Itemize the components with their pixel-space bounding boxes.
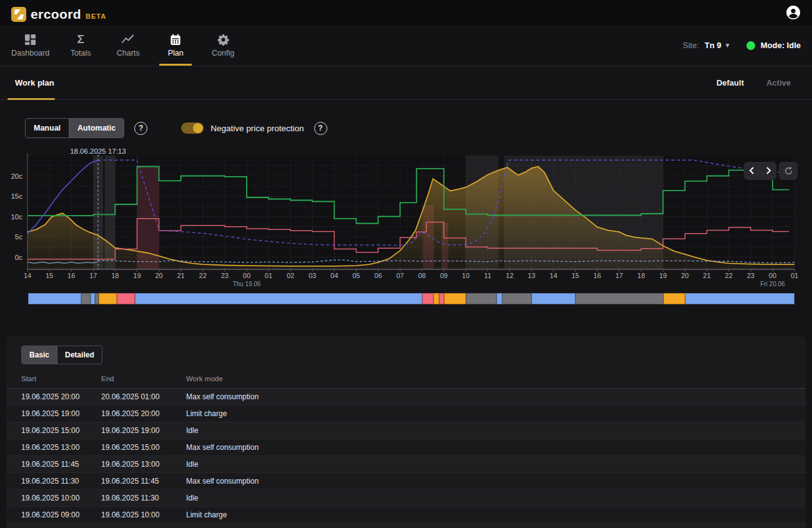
timeline-segment-idle: [502, 293, 532, 304]
cell-end: 19.06.2025 11:45: [101, 477, 186, 486]
svg-text:5c: 5c: [15, 233, 22, 241]
cell-start: 19.06.2025 09:00: [21, 511, 101, 519]
nav-item-plan[interactable]: Plan: [159, 25, 192, 66]
cell-start: 19.06.2025 11:45: [21, 460, 101, 469]
svg-text:18: 18: [637, 272, 645, 279]
svg-text:13: 13: [528, 272, 535, 279]
cell-end: 19.06.2025 19:00: [101, 426, 186, 435]
basic-tab-button[interactable]: Basic: [22, 346, 57, 364]
basic-detailed-switch: Basic Detailed: [21, 346, 102, 364]
variant-active-button[interactable]: Active: [766, 78, 791, 87]
timeline-segment-limit-charge: [433, 293, 439, 304]
svg-text:06: 06: [374, 272, 382, 279]
cell-start: 19.06.2025 19:00: [21, 409, 101, 418]
cell-work-mode: Idle: [186, 460, 806, 469]
svg-text:01: 01: [791, 272, 798, 279]
timeline-segment-discharge: [117, 293, 135, 304]
svg-text:03: 03: [309, 272, 316, 279]
chart-pan-buttons: [744, 162, 776, 180]
cell-work-mode: Idle: [186, 494, 806, 502]
manual-automatic-switch: Manual Automatic: [25, 118, 124, 138]
cell-start: 19.06.2025 13:00: [21, 443, 101, 452]
svg-text:16: 16: [593, 272, 601, 279]
nav-item-label: Dashboard: [11, 49, 49, 57]
cell-work-mode: Max self consumption: [186, 443, 806, 452]
timeline-segment-limit-charge: [663, 293, 685, 304]
tab-work-plan[interactable]: Work plan: [15, 78, 54, 87]
svg-text:01: 01: [265, 272, 272, 279]
cell-end: 19.06.2025 10:00: [101, 511, 186, 519]
timeline-segment-discharge: [439, 293, 444, 304]
timeline-segment-max-self: [28, 293, 81, 304]
svg-text:00: 00: [769, 272, 776, 279]
svg-text:14: 14: [550, 272, 557, 279]
svg-text:07: 07: [396, 272, 404, 279]
svg-text:18: 18: [111, 272, 119, 279]
workplan-tabs-row: Work plan Default Active: [0, 66, 812, 100]
cell-work-mode: Limit charge: [186, 409, 806, 418]
timeline-segment-max-self: [685, 293, 795, 304]
timeline-segment-max-self: [497, 293, 502, 304]
svg-text:00: 00: [243, 272, 250, 279]
chart-canvas[interactable]: 18.06.2025 17:13141516171819202122230001…: [0, 148, 812, 291]
chevron-right-icon[interactable]: [765, 167, 771, 176]
table-header: Start End Work mode: [6, 375, 806, 389]
refresh-icon: [784, 166, 793, 176]
svg-text:0c: 0c: [15, 254, 22, 261]
cell-start: 19.06.2025 10:00: [21, 494, 101, 502]
svg-text:Thu 19.06: Thu 19.06: [232, 281, 260, 287]
cell-end: 19.06.2025 15:00: [101, 443, 186, 452]
svg-text:14: 14: [24, 272, 31, 279]
manual-button[interactable]: Manual: [26, 119, 69, 137]
plan-variant-switch: Default Active: [716, 78, 791, 87]
nav-item-dashboard[interactable]: Dashboard: [11, 25, 49, 66]
nav-item-charts[interactable]: Charts: [112, 25, 144, 66]
svg-text:04: 04: [330, 272, 338, 279]
chart-refresh-button[interactable]: [779, 162, 798, 180]
svg-text:05: 05: [352, 272, 360, 279]
automatic-button[interactable]: Automatic: [69, 119, 124, 137]
cell-work-mode: Limit charge: [186, 511, 806, 519]
table-row: 19.06.2025 08:4519.06.2025 09:00Discharg…: [6, 524, 806, 528]
svg-text:22: 22: [725, 272, 733, 279]
table-body: 19.06.2025 20:0020.06.2025 01:00Max self…: [6, 389, 806, 528]
negative-price-toggle[interactable]: [181, 122, 204, 134]
svg-text:18.06.2025 17:13: 18.06.2025 17:13: [70, 148, 126, 155]
site-value: Tn 9: [705, 41, 721, 50]
detailed-tab-button[interactable]: Detailed: [57, 346, 102, 364]
chevron-down-icon: ▼: [725, 42, 731, 49]
variant-default-button[interactable]: Default: [716, 78, 744, 87]
dashboard-icon: [24, 33, 36, 46]
site-selector[interactable]: Tn 9 ▼: [705, 41, 731, 50]
timeline-segment-max-self: [135, 293, 422, 304]
nav-item-totals[interactable]: ΣTotals: [64, 25, 97, 66]
table-row: 19.06.2025 11:4519.06.2025 13:00Idle: [6, 456, 806, 473]
timeline-segment-limit-charge: [444, 293, 466, 304]
table-row: 19.06.2025 13:0019.06.2025 15:00Max self…: [6, 439, 806, 456]
timeline-segment-idle: [466, 293, 497, 304]
user-avatar-icon[interactable]: [786, 5, 801, 20]
nav-item-label: Totals: [71, 49, 91, 57]
help-icon-2[interactable]: ?: [314, 122, 327, 135]
cell-start: 19.06.2025 15:00: [21, 426, 101, 435]
work-mode-timeline: [28, 293, 795, 304]
cell-end: 19.06.2025 13:00: [101, 460, 186, 469]
work-plan-chart[interactable]: 18.06.2025 17:13141516171819202122230001…: [0, 148, 812, 304]
app-logo: ercoord BETA: [11, 4, 106, 22]
plan-table-panel: Basic Detailed Start End Work mode 19.06…: [6, 336, 806, 528]
chevron-left-icon[interactable]: [749, 167, 755, 176]
svg-text:15: 15: [572, 272, 579, 279]
charts-icon: [122, 33, 134, 46]
svg-text:11: 11: [484, 272, 491, 279]
toggle-knob: [193, 123, 203, 133]
help-icon[interactable]: ?: [134, 122, 147, 135]
svg-text:20c: 20c: [11, 172, 22, 180]
sigma-icon: Σ: [77, 33, 84, 46]
table-row: 19.06.2025 19:0019.06.2025 20:00Limit ch…: [6, 406, 806, 422]
nav-item-config[interactable]: Config: [207, 25, 239, 66]
timeline-segment-idle: [81, 293, 91, 304]
cell-end: 20.06.2025 01:00: [101, 392, 186, 401]
nav-item-label: Plan: [168, 49, 184, 57]
svg-text:08: 08: [418, 272, 425, 279]
top-bar: ercoord BETA: [0, 0, 812, 25]
